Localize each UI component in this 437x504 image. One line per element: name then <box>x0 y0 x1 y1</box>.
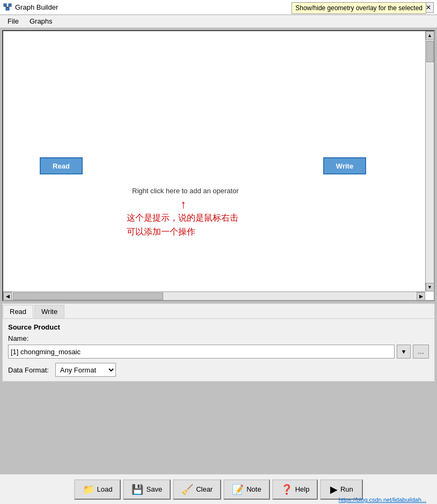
run-label: Run <box>340 485 353 493</box>
menu-graphs[interactable]: Graphs <box>24 16 58 26</box>
data-format-label: Data Format: <box>8 366 49 374</box>
scroll-thumb-h[interactable] <box>13 293 163 300</box>
scroll-up-arrow[interactable]: ▲ <box>426 31 434 40</box>
clear-icon: 🧹 <box>181 484 193 495</box>
canvas-hint-arrow: ↑ <box>180 198 186 211</box>
load-icon: 📁 <box>83 484 94 495</box>
name-input[interactable] <box>8 345 395 359</box>
menu-bar: File Graphs <box>0 15 437 28</box>
scroll-left-arrow[interactable]: ◀ <box>3 292 12 301</box>
name-dropdown-button[interactable]: ▼ <box>397 345 411 359</box>
svg-rect-1 <box>9 4 11 6</box>
name-label: Name: <box>8 334 429 342</box>
tooltip-text: Show/hide geometry overlay for the selec… <box>295 4 423 12</box>
app-title: Graph Builder <box>15 3 58 11</box>
section-source-product: Source Product <box>8 323 429 331</box>
save-label: Save <box>146 485 162 493</box>
load-button[interactable]: 📁 Load <box>74 479 121 500</box>
scroll-down-arrow[interactable]: ▼ <box>426 283 434 291</box>
name-browse-button[interactable]: … <box>413 345 429 359</box>
menu-file[interactable]: File <box>2 16 24 26</box>
name-input-row: ▼ … <box>8 345 429 359</box>
title-bar: Graph Builder ✕ Show/hide geometry overl… <box>0 0 437 15</box>
clear-button[interactable]: 🧹 Clear <box>173 479 221 500</box>
help-button[interactable]: ❓ Help <box>272 479 318 500</box>
tab-read[interactable]: Read <box>3 305 33 318</box>
note-button[interactable]: 📝 Note <box>223 479 270 500</box>
properties-content: Source Product Name: ▼ … Data Format: An… <box>3 319 434 381</box>
run-icon: ▶ <box>330 484 338 495</box>
name-field-group: Name: ▼ … <box>8 334 429 359</box>
save-icon: 💾 <box>132 484 143 495</box>
data-format-select[interactable]: Any Format BEAM-DIMAP GeoTIFF NetCDF <box>55 363 116 377</box>
clear-label: Clear <box>196 485 213 493</box>
tooltip-overlay: Show/hide geometry overlay for the selec… <box>292 2 426 14</box>
canvas-write-node[interactable]: Write <box>323 157 366 174</box>
data-format-row: Data Format: Any Format BEAM-DIMAP GeoTI… <box>8 363 429 377</box>
scroll-thumb-v[interactable] <box>426 41 434 62</box>
canvas-hint-text: Right click here to add an operator <box>132 187 239 195</box>
save-button[interactable]: 💾 Save <box>123 479 171 500</box>
load-label: Load <box>97 485 113 493</box>
svg-rect-0 <box>4 4 6 6</box>
scroll-right-arrow[interactable]: ▶ <box>417 292 425 301</box>
properties-panel: Read Write Source Product Name: ▼ … Data… <box>2 303 435 382</box>
svg-rect-2 <box>6 8 9 10</box>
help-label: Help <box>295 485 310 493</box>
scroll-right[interactable]: ▲ ▼ <box>425 31 434 291</box>
scroll-bottom[interactable]: ◀ ▶ <box>3 291 425 300</box>
tab-write[interactable]: Write <box>34 305 64 318</box>
title-bar-left: Graph Builder <box>3 3 58 12</box>
canvas-area[interactable]: Read Write Right click here to add an op… <box>3 31 425 291</box>
note-label: Note <box>246 485 261 493</box>
canvas-wrapper: Read Write Right click here to add an op… <box>2 30 435 301</box>
canvas-hint-chinese: 这个是提示，说的是鼠标右击 可以添加一个操作 <box>127 211 238 238</box>
note-icon: 📝 <box>232 484 244 495</box>
properties-tabs: Read Write <box>3 304 434 319</box>
canvas-read-node[interactable]: Read <box>40 157 83 174</box>
watermark: https://blog.csdn.net/lidabuildah... <box>339 496 426 503</box>
help-icon: ❓ <box>281 484 293 495</box>
app-icon <box>3 3 12 12</box>
